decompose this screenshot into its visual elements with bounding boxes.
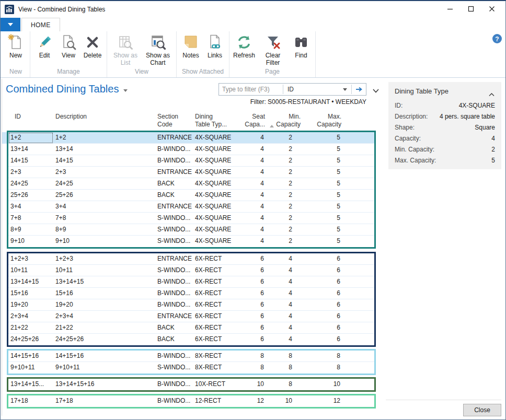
cell[interactable]: B-WINDO... (156, 276, 194, 288)
cell[interactable]: 13+14+15 (53, 276, 156, 288)
cell[interactable]: 2 (266, 201, 302, 213)
cell[interactable]: 4X-SQUARE (194, 155, 235, 167)
cell[interactable]: 24+25 (53, 178, 156, 190)
cell[interactable]: 5 (302, 155, 343, 167)
cell[interactable]: B-WINDO... (156, 379, 194, 390)
cell[interactable]: 2+3 (8, 167, 53, 178)
chevron-up-icon[interactable] (489, 89, 495, 94)
cell[interactable]: 14+15+16 (53, 351, 156, 362)
cell[interactable]: ENTRANCE (156, 311, 194, 322)
clear-filter-button[interactable]: Clear Filter (257, 32, 289, 67)
cell[interactable]: 24+25 (8, 178, 53, 190)
cell[interactable]: 9+10 (53, 236, 156, 247)
cell[interactable]: 3+4 (53, 201, 156, 213)
refresh-button[interactable]: Refresh (232, 32, 256, 60)
cell[interactable]: 5 (302, 236, 343, 247)
cell[interactable]: 6 (302, 288, 343, 299)
cell[interactable]: 10 (235, 379, 266, 390)
cell[interactable]: 7+8 (8, 213, 53, 224)
cell[interactable]: 8X-RECT (194, 362, 235, 374)
maximize-button[interactable] (461, 3, 481, 16)
table-row[interactable]: 9+109+10S-WINDO...4X-SQUARE425 (8, 236, 374, 247)
cell[interactable]: 10+11 (53, 265, 156, 276)
cell[interactable]: 2 (266, 178, 302, 190)
cell[interactable]: 4 (235, 144, 266, 155)
cell[interactable]: 12-RECT (194, 395, 235, 407)
cell[interactable]: 3+4 (8, 201, 53, 213)
cell[interactable]: 6 (235, 322, 266, 334)
column-header-max-capacity[interactable]: Max.Capacity (302, 113, 343, 129)
notes-button[interactable]: Notes (179, 32, 202, 60)
cell[interactable]: S-WINDO... (156, 213, 194, 224)
cell[interactable]: S-WINDO... (156, 236, 194, 247)
cell[interactable]: 2+3+4 (8, 311, 53, 322)
cell[interactable]: 8 (266, 362, 302, 374)
cell[interactable]: 5 (302, 213, 343, 224)
cell[interactable]: 8 (266, 379, 302, 390)
cell[interactable]: 4X-SQUARE (194, 236, 235, 247)
cell[interactable]: 13+14+15+16 (53, 379, 156, 390)
column-header-dining-table-typ[interactable]: DiningTable Typ... (194, 113, 235, 129)
cell[interactable]: 4 (266, 322, 302, 334)
table-row[interactable]: 1+21+2ENTRANCE4X-SQUARE425 (8, 132, 374, 144)
cell[interactable]: 2+3 (53, 167, 156, 178)
cell[interactable]: 21+22 (53, 322, 156, 334)
cell[interactable]: ENTRANCE (156, 253, 194, 265)
table-row[interactable]: 2+3+42+3+4ENTRANCE6X-RECT646 (8, 311, 374, 322)
new-button[interactable]: New (4, 32, 27, 60)
cell[interactable]: 6 (302, 311, 343, 322)
edit-button[interactable]: Edit (33, 32, 56, 60)
cell[interactable]: 17+18 (53, 395, 156, 407)
cell[interactable]: 4 (235, 155, 266, 167)
cell[interactable]: 6X-RECT (194, 322, 235, 334)
cell[interactable]: 6 (302, 334, 343, 345)
links-button[interactable]: Links (203, 32, 226, 60)
cell[interactable]: 6 (235, 253, 266, 265)
cell[interactable]: 1+2+3 (53, 253, 156, 265)
cell[interactable]: B-WINDO... (156, 395, 194, 407)
cell[interactable]: 6 (235, 276, 266, 288)
column-header-description[interactable]: Description (53, 113, 156, 121)
cell[interactable]: 14+15 (53, 155, 156, 167)
cell[interactable]: 2 (266, 190, 302, 201)
cell[interactable]: 24+25+26 (53, 334, 156, 345)
cell[interactable]: 6X-RECT (194, 288, 235, 299)
cell[interactable]: 6X-RECT (194, 299, 235, 311)
cell[interactable]: 7+8 (53, 213, 156, 224)
table-row[interactable]: 9+10+119+10+11S-WINDO...8X-RECT888 (8, 362, 374, 374)
cell[interactable]: 12 (235, 395, 266, 407)
cell[interactable]: 5 (302, 132, 343, 144)
table-row[interactable]: 3+43+4ENTRANCE4X-SQUARE425 (8, 201, 374, 213)
cell[interactable]: B-WINDO... (156, 155, 194, 167)
cell[interactable]: ENTRANCE (156, 201, 194, 213)
cell[interactable]: 6X-RECT (194, 253, 235, 265)
cell[interactable]: 10X-RECT (194, 379, 235, 390)
cell[interactable]: 10 (302, 379, 343, 390)
cell[interactable]: BACK (156, 178, 194, 190)
cell[interactable]: 14+15 (8, 155, 53, 167)
cell[interactable]: 4 (235, 132, 266, 144)
cell[interactable]: 8 (302, 351, 343, 362)
cell[interactable]: 6 (235, 334, 266, 345)
cell[interactable]: 4 (266, 334, 302, 345)
filter-input[interactable] (219, 84, 283, 95)
cell[interactable]: 6 (235, 288, 266, 299)
cell[interactable]: 4X-SQUARE (194, 132, 235, 144)
cell[interactable]: 4 (266, 265, 302, 276)
cell[interactable]: 6 (235, 311, 266, 322)
show-as-chart-button[interactable]: Show as Chart (142, 32, 174, 67)
table-row[interactable]: 8+98+9S-WINDO...4X-SQUARE425 (8, 224, 374, 236)
cell[interactable]: 8 (266, 351, 302, 362)
cell[interactable]: 15+16 (53, 288, 156, 299)
table-row[interactable]: 24+2524+25BACK4X-SQUARE425 (8, 178, 374, 190)
table-row[interactable]: 13+1413+14B-WINDO...4X-SQUARE425 (8, 144, 374, 155)
cell[interactable]: 4 (266, 253, 302, 265)
cell[interactable]: 4 (235, 178, 266, 190)
cell[interactable]: 25+26 (8, 190, 53, 201)
cell[interactable]: 21+22 (8, 322, 53, 334)
cell[interactable]: 14+15+16 (8, 351, 53, 362)
close-button[interactable] (481, 3, 502, 16)
cell[interactable]: 2 (266, 144, 302, 155)
cell[interactable]: 25+26 (53, 190, 156, 201)
cell[interactable]: 8 (235, 362, 266, 374)
